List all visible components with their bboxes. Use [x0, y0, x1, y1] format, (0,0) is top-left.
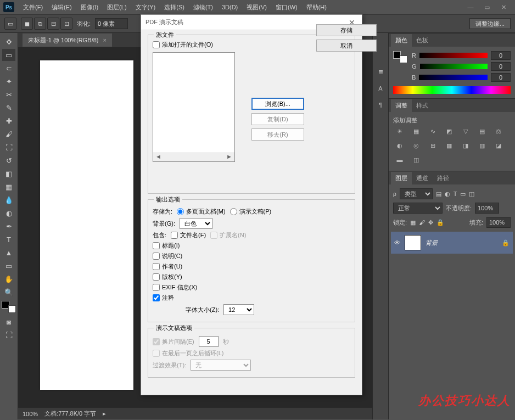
stamp-tool[interactable]: ⛶ [2, 141, 15, 153]
selective-icon[interactable]: ◫ [411, 155, 422, 164]
lock-pos-icon[interactable]: ✥ [428, 219, 433, 226]
color-ramp[interactable] [393, 86, 511, 94]
copyright-checkbox[interactable]: 版权(Y) [153, 273, 182, 281]
exposure-icon[interactable]: ◩ [444, 127, 455, 136]
shape-tool[interactable]: ▭ [2, 260, 15, 272]
tab-close-icon[interactable]: × [103, 37, 107, 43]
mixer-icon[interactable]: ⊞ [427, 141, 438, 150]
layer-row-background[interactable]: 👁 背景 🔒 [391, 232, 513, 254]
filter-adj-icon[interactable]: ◐ [445, 191, 450, 198]
move-tool[interactable]: ✥ [2, 36, 15, 48]
threshold-icon[interactable]: ◪ [493, 141, 504, 150]
lasso-tool[interactable]: ⊂ [2, 62, 15, 74]
color-swatches[interactable] [2, 301, 16, 313]
tab-channels[interactable]: 通道 [412, 172, 433, 184]
scroll-left-icon[interactable]: ◄ [155, 153, 161, 161]
slider-g[interactable] [420, 64, 488, 69]
save-button[interactable]: 存储 [316, 24, 377, 36]
slider-r[interactable] [419, 53, 488, 58]
value-g[interactable] [491, 62, 511, 71]
refine-edge-button[interactable]: 调整边缘... [469, 18, 511, 29]
brightness-icon[interactable]: ☀ [394, 127, 405, 136]
photo-filter-icon[interactable]: ◎ [411, 141, 422, 150]
heal-tool[interactable]: ✚ [2, 115, 15, 127]
eraser-tool[interactable]: ◧ [2, 167, 15, 180]
tab-swatches[interactable]: 色板 [412, 34, 433, 47]
eyedropper-tool[interactable]: ✎ [2, 102, 15, 114]
minimize-button[interactable]: — [462, 2, 479, 13]
duplicate-button[interactable]: 复制(D) [251, 113, 304, 125]
layer-thumbnail[interactable] [405, 235, 421, 250]
tab-color[interactable]: 颜色 [391, 34, 412, 47]
char-panel-icon[interactable]: A [374, 82, 387, 94]
gradmap-icon[interactable]: ▬ [394, 155, 405, 164]
fontsize-select[interactable]: 12 [223, 304, 254, 315]
balance-icon[interactable]: ⚖ [493, 127, 504, 136]
interval-checkbox[interactable]: 换片间隔(E) [153, 338, 194, 346]
author-checkbox[interactable]: 作者(U) [153, 262, 182, 271]
vibrance-icon[interactable]: ▽ [460, 127, 471, 136]
lock-pixel-icon[interactable]: 🖌 [419, 219, 425, 226]
lock-all-icon[interactable]: 🔒 [436, 219, 444, 226]
tab-paths[interactable]: 路径 [433, 172, 454, 184]
maximize-button[interactable]: ▭ [479, 2, 495, 13]
menu-select[interactable]: 选择(S) [160, 1, 189, 14]
menu-image[interactable]: 图像(I) [76, 1, 103, 14]
annotation-checkbox[interactable]: 注释 [153, 294, 174, 302]
filter-kind-select[interactable]: 类型 [400, 188, 433, 199]
extension-checkbox[interactable]: 扩展名(N) [210, 231, 246, 239]
menu-window[interactable]: 窗口(W) [271, 1, 302, 14]
poster-icon[interactable]: ▥ [477, 141, 488, 150]
filter-pixel-icon[interactable]: ▤ [436, 191, 441, 198]
scroll-right-icon[interactable]: ► [226, 153, 232, 161]
filter-shape-icon[interactable]: ▭ [460, 191, 466, 198]
screenmode-toggle[interactable]: ⛶ [2, 329, 15, 341]
path-select-tool[interactable]: ▲ [2, 247, 15, 259]
para-panel-icon[interactable]: ¶ [374, 99, 387, 111]
crop-tool[interactable]: ✂ [2, 88, 15, 100]
levels-icon[interactable]: ▦ [411, 127, 422, 136]
description-checkbox[interactable]: 说明(C) [153, 252, 182, 260]
value-r[interactable] [491, 51, 511, 60]
menu-3d[interactable]: 3D(D) [217, 2, 242, 13]
lookup-icon[interactable]: ▦ [444, 141, 455, 150]
menu-help[interactable]: 帮助(H) [302, 1, 331, 14]
title-checkbox[interactable]: 标题(I) [153, 242, 180, 250]
filter-smart-icon[interactable]: ◫ [469, 191, 474, 198]
browse-button[interactable]: 浏览(B)... [251, 98, 304, 110]
tab-adjustments[interactable]: 调整 [391, 99, 412, 112]
menu-view[interactable]: 视图(V) [242, 1, 271, 14]
multipage-radio[interactable]: 多页面文档(M) [177, 208, 226, 216]
menu-edit[interactable]: 编辑(E) [47, 1, 76, 14]
zoom-readout[interactable]: 100% [23, 411, 38, 417]
gradient-tool[interactable]: ▦ [2, 181, 15, 193]
panel-swatch[interactable] [393, 51, 407, 63]
status-menu-icon[interactable]: ▸ [103, 410, 106, 417]
feather-input[interactable] [95, 18, 128, 29]
blend-mode-select[interactable]: 正常 [393, 203, 443, 214]
loop-checkbox[interactable]: 在最后一页之后循环(L) [153, 349, 223, 357]
canvas[interactable] [40, 60, 133, 390]
value-b[interactable] [491, 73, 511, 82]
exif-checkbox[interactable]: EXIF 信息(X) [153, 283, 197, 292]
visibility-icon[interactable]: 👁 [394, 239, 400, 246]
dodge-tool[interactable]: ◐ [2, 207, 15, 219]
background-select[interactable]: 白色 [180, 218, 212, 229]
transition-select[interactable]: 无 [191, 360, 251, 371]
document-tab[interactable]: 未标题-1 @ 100%(RGB/8) × [23, 33, 112, 47]
close-button[interactable]: ✕ [495, 2, 512, 13]
invert-icon[interactable]: ◨ [460, 141, 471, 150]
bw-icon[interactable]: ◐ [394, 141, 405, 150]
menu-type[interactable]: 文字(Y) [131, 1, 160, 14]
tool-preset-icon[interactable]: ▭ [4, 18, 16, 30]
hand-tool[interactable]: ✋ [2, 273, 15, 285]
interval-input[interactable] [199, 336, 219, 347]
pen-tool[interactable]: ✒ [2, 220, 15, 232]
slider-b[interactable] [419, 75, 488, 80]
fill-input[interactable] [486, 217, 511, 228]
selection-mode-icons[interactable]: ◼⧉⊟⊡ [21, 18, 72, 30]
file-listbox[interactable]: ◄► [153, 52, 235, 162]
opacity-input[interactable] [475, 203, 499, 214]
marquee-tool[interactable]: ▭ [2, 49, 15, 61]
quickmask-toggle[interactable]: ◙ [2, 316, 15, 328]
